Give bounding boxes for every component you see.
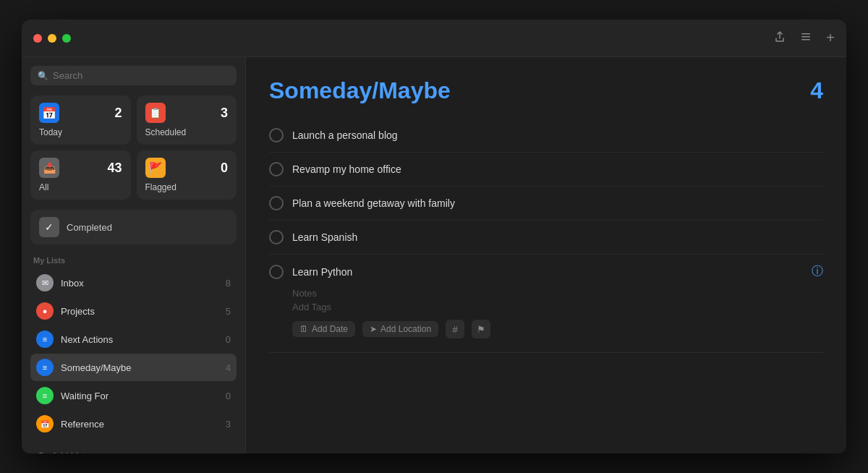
tag-button[interactable]: # [446,320,464,338]
reference-count: 3 [226,419,231,430]
task-checkbox-1[interactable] [269,128,284,142]
waiting-count: 0 [226,391,231,401]
next-actions-count: 0 [226,334,231,345]
completed-label: Completed [67,222,112,233]
task-checkbox-2[interactable] [269,162,284,176]
someday-count: 4 [226,362,231,373]
scheduled-icon: 📋 [145,103,166,123]
sidebar-item-projects[interactable]: ● Projects 5 [30,297,237,325]
task-text-4: Learn Spanish [292,231,823,243]
all-label: All [39,182,122,192]
list-items: ✉ Inbox 8 ● Projects 5 ≡ Next Actions 0 [30,269,237,438]
flag-button[interactable]: ⚑ [472,320,490,338]
add-list-icon: ⊕ [36,449,46,453]
scheduled-label: Scheduled [145,127,229,137]
close-button[interactable] [33,34,42,43]
add-icon[interactable]: + [826,30,835,46]
task-checkbox-3[interactable] [269,196,284,210]
smart-card-scheduled[interactable]: 📋 3 Scheduled [137,95,237,145]
table-row: Plan a weekend getaway with family [269,187,823,221]
add-location-button[interactable]: ➤ Add Location [362,321,438,337]
projects-icon: ● [36,302,54,320]
location-icon: ➤ [370,324,377,334]
sidebar-item-next-actions[interactable]: ≡ Next Actions 0 [30,325,237,353]
smart-lists: 📅 2 Today 📋 3 Scheduled 📥 43 [30,95,237,200]
inbox-count: 8 [226,278,231,289]
list-view-icon[interactable] [800,31,812,46]
panel-count: 4 [810,77,823,104]
projects-count: 5 [226,306,231,317]
task-text-3: Plan a weekend getaway with family [292,197,823,209]
task-expanded-content: Notes Add Tags 🗓 Add Date ➤ Add Location [269,288,823,343]
svg-rect-1 [801,36,810,38]
inbox-label: Inbox [61,278,218,289]
svg-rect-0 [801,33,810,35]
add-date-button[interactable]: 🗓 Add Date [292,321,355,337]
reference-icon: 📅 [36,415,54,432]
app-window: + 🔍 📅 2 Today 📋 [22,20,846,453]
sidebar-item-waiting[interactable]: ≡ Waiting For 0 [30,382,237,409]
search-icon: 🔍 [38,71,48,81]
table-row: Launch a personal blog [269,119,823,153]
smart-card-all[interactable]: 📥 43 All [30,150,131,200]
add-list-button[interactable]: ⊕ Add List [30,443,237,453]
reference-label: Reference [61,419,218,430]
smart-card-today[interactable]: 📅 2 Today [30,95,131,145]
add-location-label: Add Location [380,324,431,334]
flagged-icon: 🚩 [145,158,166,178]
projects-label: Projects [61,306,218,317]
waiting-label: Waiting For [61,391,218,401]
someday-icon: ≡ [36,359,54,376]
add-list-label: Add List [51,451,85,453]
search-bar[interactable]: 🔍 [30,66,237,85]
smart-card-flagged[interactable]: 🚩 0 Flagged [137,150,237,200]
task-notes-placeholder[interactable]: Notes [292,288,823,299]
completed-icon: ✓ [39,217,59,237]
someday-label: Someday/Maybe [61,362,218,373]
next-actions-icon: ≡ [36,331,54,348]
table-row: Learn Python ⓘ Notes Add Tags 🗓 Add Date [269,255,823,353]
scheduled-count: 3 [221,106,228,121]
maximize-button[interactable] [62,34,71,43]
sidebar-item-someday[interactable]: ≡ Someday/Maybe 4 [30,354,237,381]
task-tags-placeholder[interactable]: Add Tags [292,302,823,312]
inbox-icon: ✉ [36,274,54,291]
title-bar: + [22,20,846,57]
sidebar-item-reference[interactable]: 📅 Reference 3 [30,410,237,438]
table-row: Revamp my home office [269,153,823,187]
task-info-icon[interactable]: ⓘ [812,264,823,279]
task-checkbox-5[interactable] [269,265,284,279]
completed-card[interactable]: ✓ Completed [30,210,237,244]
all-icon: 📥 [39,158,59,178]
flagged-count: 0 [221,161,228,176]
flagged-label: Flagged [145,182,229,192]
main-panel: Someday/Maybe 4 Launch a personal blog R… [246,57,846,453]
add-date-label: Add Date [312,324,348,334]
task-text-1: Launch a personal blog [292,129,823,141]
calendar-icon: 🗓 [299,324,308,334]
task-actions: 🗓 Add Date ➤ Add Location # ⚑ [292,315,823,343]
sidebar: 🔍 📅 2 Today 📋 3 Scheduled [22,57,246,453]
task-text-5: Learn Python [292,266,803,278]
table-row: Learn Spanish [269,221,823,255]
today-label: Today [39,127,122,137]
next-actions-label: Next Actions [61,334,218,345]
svg-rect-2 [801,39,810,41]
all-count: 43 [107,161,122,176]
sidebar-item-inbox[interactable]: ✉ Inbox 8 [30,269,237,297]
share-icon[interactable] [774,31,786,46]
waiting-icon: ≡ [36,387,54,404]
task-list: Launch a personal blog Revamp my home of… [269,119,823,453]
today-icon: 📅 [39,103,59,123]
task-text-2: Revamp my home office [292,163,823,175]
my-lists-section-title: My Lists [30,256,237,265]
minimize-button[interactable] [48,34,56,43]
task-checkbox-4[interactable] [269,230,284,244]
today-count: 2 [114,106,122,121]
search-input[interactable] [53,70,229,81]
panel-title: Someday/Maybe [269,77,451,104]
panel-header: Someday/Maybe 4 [269,77,823,104]
